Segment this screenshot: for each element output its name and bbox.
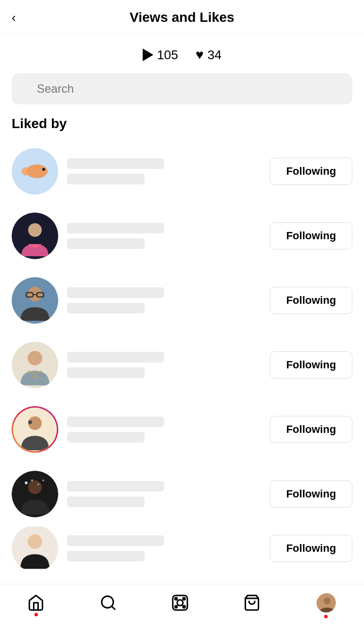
handle-placeholder [67,303,145,314]
svg-point-19 [28,480,42,494]
username-placeholder [67,481,164,492]
svg-point-14 [33,375,36,378]
svg-point-4 [42,168,45,171]
nav-shop[interactable] [243,594,261,611]
username-placeholder [67,352,164,363]
following-button[interactable]: Following [270,535,352,562]
nav-dot [34,613,38,616]
likes-stat: ♥ 34 [196,47,222,63]
svg-point-25 [28,534,42,549]
nav-search[interactable] [99,594,117,611]
svg-point-20 [25,481,28,484]
svg-point-22 [38,484,39,485]
user-info [67,287,261,314]
user-list: Following Following [0,139,364,570]
user-info [67,416,261,443]
stats-row: 105 ♥ 34 [0,33,364,73]
handle-placeholder [67,174,145,184]
handle-placeholder [67,367,145,378]
svg-point-13 [28,351,42,365]
avatar [12,148,58,195]
nav-reels[interactable] [171,594,189,611]
search-input[interactable] [12,73,352,104]
handle-placeholder [67,432,145,443]
svg-point-6 [28,223,42,237]
search-wrapper: 🔍 [12,73,352,104]
username-placeholder [67,223,164,233]
handle-placeholder [67,551,145,561]
handle-placeholder [67,496,145,507]
user-info [67,158,261,184]
list-item: Following [12,268,352,333]
reels-icon [171,594,189,611]
page-title: Views and Likes [130,10,234,25]
profile-avatar [315,592,337,613]
user-info [67,535,261,561]
svg-point-33 [183,606,185,608]
following-button[interactable]: Following [270,480,352,508]
following-button[interactable]: Following [270,158,352,185]
svg-point-21 [31,479,33,481]
svg-point-23 [42,479,44,481]
avatar [12,342,58,388]
list-item: Following [12,139,352,204]
username-placeholder [67,535,164,546]
svg-point-17 [28,420,32,424]
header: ‹ Views and Likes [0,0,364,33]
svg-point-31 [183,598,185,600]
username-placeholder [67,287,164,298]
list-item: Following [12,397,352,462]
user-info [67,223,261,249]
avatar [12,527,58,570]
shop-icon [243,594,261,611]
following-button[interactable]: Following [270,416,352,443]
bottom-nav [0,584,364,627]
play-icon [143,49,153,61]
nav-profile[interactable] [315,592,337,613]
search-container: 🔍 [0,73,364,116]
liked-by-title: Liked by [0,116,364,139]
username-placeholder [67,158,164,169]
search-nav-icon [99,594,117,611]
nav-home[interactable] [27,594,45,611]
svg-point-32 [175,606,177,608]
svg-point-29 [177,600,183,606]
list-item: Following [12,333,352,397]
svg-point-3 [26,165,48,178]
heart-icon: ♥ [196,47,204,63]
views-count: 105 [157,48,178,63]
user-info [67,481,261,507]
svg-point-30 [175,598,177,600]
svg-point-36 [324,597,331,604]
likes-count: 34 [208,48,222,63]
avatar [12,406,58,453]
following-button[interactable]: Following [270,351,352,379]
svg-line-27 [112,606,115,610]
avatar [12,471,58,517]
list-item: Following [12,527,352,570]
avatar [12,277,58,324]
username-placeholder [67,416,164,427]
user-info [67,352,261,378]
following-button[interactable]: Following [270,222,352,249]
views-stat: 105 [143,48,178,63]
home-icon [27,594,45,611]
list-item: Following [12,204,352,268]
list-item: Following [12,462,352,527]
nav-dot [324,615,328,618]
following-button[interactable]: Following [270,287,352,314]
handle-placeholder [67,238,145,249]
avatar [12,213,58,259]
back-button[interactable]: ‹ [12,10,16,25]
